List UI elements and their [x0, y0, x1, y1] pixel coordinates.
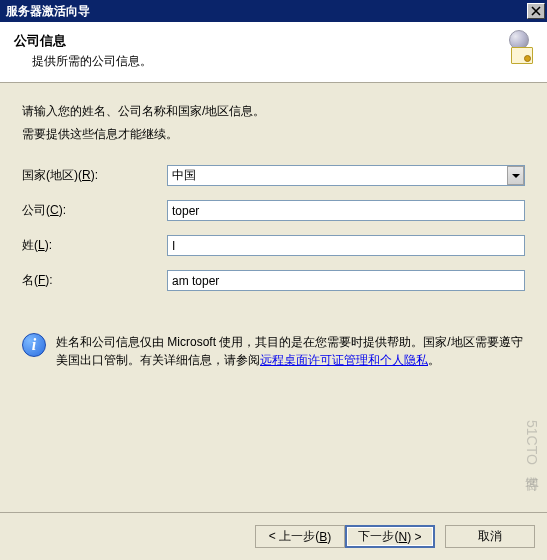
page-title: 公司信息 — [14, 32, 152, 50]
country-select[interactable]: 中国 — [167, 165, 525, 186]
country-select-value: 中国 — [172, 167, 196, 184]
cancel-button[interactable]: 取消 — [445, 525, 535, 548]
row-lastname: 姓(L): — [22, 235, 525, 256]
header-area: 公司信息 提供所需的公司信息。 — [0, 22, 547, 83]
wizard-icon — [499, 30, 533, 64]
label-firstname: 名(F): — [22, 272, 167, 289]
next-button[interactable]: 下一步(N) > — [345, 525, 435, 548]
company-input[interactable] — [167, 200, 525, 221]
close-button[interactable] — [527, 3, 545, 19]
lastname-input[interactable] — [167, 235, 525, 256]
body-area: 请输入您的姓名、公司名称和国家/地区信息。 需要提供这些信息才能继续。 国家(地… — [0, 83, 547, 379]
info-block: i 姓名和公司信息仅由 Microsoft 使用，其目的是在您需要时提供帮助。国… — [22, 333, 525, 369]
button-bar: < 上一步(B) 下一步(N) > 取消 — [0, 512, 547, 560]
row-company: 公司(C): — [22, 200, 525, 221]
row-firstname: 名(F): — [22, 270, 525, 291]
firstname-input[interactable] — [167, 270, 525, 291]
page-subtitle: 提供所需的公司信息。 — [32, 53, 152, 70]
intro-line-2: 需要提供这些信息才能继续。 — [22, 126, 525, 143]
info-icon: i — [22, 333, 46, 357]
chevron-down-icon — [507, 166, 524, 185]
back-button[interactable]: < 上一步(B) — [255, 525, 345, 548]
form-area: 国家(地区)(R): 中国 公司(C): 姓(L): 名(F): — [22, 165, 525, 291]
info-text: 姓名和公司信息仅由 Microsoft 使用，其目的是在您需要时提供帮助。国家/… — [56, 333, 525, 369]
label-lastname: 姓(L): — [22, 237, 167, 254]
close-icon — [531, 6, 541, 16]
window-title: 服务器激活向导 — [6, 3, 90, 20]
intro-line-1: 请输入您的姓名、公司名称和国家/地区信息。 — [22, 103, 525, 120]
titlebar: 服务器激活向导 — [0, 0, 547, 22]
privacy-link[interactable]: 远程桌面许可证管理和个人隐私 — [260, 353, 428, 367]
label-company: 公司(C): — [22, 202, 167, 219]
watermark: 51CTO博客 — [523, 420, 541, 465]
label-country: 国家(地区)(R): — [22, 167, 167, 184]
row-country: 国家(地区)(R): 中国 — [22, 165, 525, 186]
